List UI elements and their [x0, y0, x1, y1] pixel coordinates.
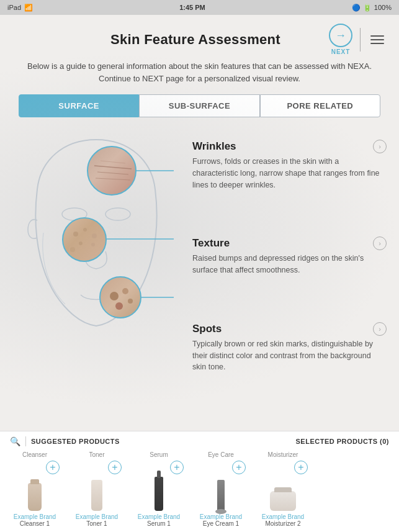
- battery-icon: 🔋: [363, 4, 372, 12]
- header: Skin Feature Assessment → NEXT: [0, 15, 399, 60]
- feature-wrinkles-chevron[interactable]: ›: [373, 140, 387, 153]
- product-toner-brand: Example Brand: [76, 513, 118, 520]
- products-header: 🔍 SUGGESTED PRODUCTS SELECTED PRODUCTS (…: [10, 436, 389, 446]
- products-scroll: Cleanser + Example Brand Cleanser 1 Tone…: [10, 451, 389, 527]
- product-serum-brand: Example Brand: [138, 513, 180, 520]
- svg-line-3: [97, 172, 128, 174]
- main-container: Skin Feature Assessment → NEXT Below is …: [0, 15, 399, 532]
- product-serum-image: [155, 477, 163, 511]
- product-moisturizer[interactable]: Moisturizer + Example Brand Moisturizer …: [258, 451, 308, 527]
- product-serum[interactable]: Serum + Example Brand Serum 1: [134, 451, 184, 527]
- svg-point-11: [70, 247, 75, 252]
- header-divider: [360, 28, 361, 52]
- moisturizer-shape: [270, 491, 296, 511]
- product-serum-name: Serum 1: [147, 520, 171, 527]
- product-cleanser-category: Cleanser: [22, 451, 47, 458]
- eyecare-shape: [217, 480, 225, 511]
- product-moisturizer-image: [270, 477, 296, 511]
- product-eyecare[interactable]: Eye Care + Example Brand Eye Cream 1: [196, 451, 246, 527]
- svg-point-15: [115, 302, 123, 310]
- menu-line-1: [370, 35, 384, 37]
- feature-wrinkles-header: Wrinkles ›: [192, 140, 387, 153]
- product-toner-image: [91, 477, 102, 511]
- feature-texture-desc: Raised bumps and depressed ridges on the…: [192, 253, 387, 276]
- status-bar: iPad 📶 1:45 PM 🔵 🔋 100%: [0, 0, 399, 15]
- feature-texture-chevron[interactable]: ›: [373, 237, 387, 250]
- product-cleanser[interactable]: Cleanser + Example Brand Cleanser 1: [10, 451, 60, 527]
- svg-line-2: [94, 166, 132, 169]
- feature-texture-header: Texture ›: [192, 237, 387, 250]
- tabs-container: SURFACE SUB-SURFACE PORE RELATED: [0, 94, 399, 127]
- product-moisturizer-category: Moisturizer: [268, 451, 298, 458]
- feature-wrinkles: Wrinkles › Furrows, folds or creases in …: [192, 140, 387, 191]
- feature-texture-name: Texture: [192, 237, 230, 250]
- svg-point-8: [92, 233, 97, 238]
- search-icon[interactable]: 🔍: [10, 436, 20, 446]
- product-toner-category: Toner: [89, 451, 104, 458]
- products-header-divider: [25, 436, 26, 446]
- product-toner-name: Toner 1: [86, 520, 107, 527]
- next-label: NEXT: [331, 48, 351, 55]
- wifi-icon: 📶: [24, 4, 33, 12]
- svg-point-1: [105, 208, 130, 220]
- feature-texture: Texture › Raised bumps and depressed rid…: [192, 237, 387, 276]
- product-eyecare-category: Eye Care: [208, 451, 234, 458]
- product-toner-add[interactable]: +: [108, 461, 122, 474]
- header-title-area: Skin Feature Assessment: [62, 32, 329, 48]
- tab-pore-related[interactable]: PORE RELATED: [260, 94, 380, 117]
- cleanser-shape: [28, 483, 42, 511]
- tab-surface[interactable]: SURFACE: [19, 94, 139, 117]
- products-bar: 🔍 SUGGESTED PRODUCTS SELECTED PRODUCTS (…: [0, 431, 399, 532]
- spots-circle: [99, 276, 141, 318]
- battery-level: 100%: [374, 4, 392, 11]
- page-title: Skin Feature Assessment: [110, 32, 280, 47]
- status-left: iPad 📶: [7, 4, 33, 12]
- svg-line-4: [96, 178, 130, 180]
- status-time: 1:45 PM: [179, 4, 205, 11]
- product-moisturizer-add[interactable]: +: [294, 461, 308, 474]
- product-serum-category: Serum: [150, 451, 168, 458]
- svg-point-6: [73, 232, 78, 237]
- product-cleanser-name: Cleanser 1: [20, 520, 50, 527]
- next-button[interactable]: → NEXT: [329, 24, 352, 55]
- product-cleanser-image: [28, 477, 42, 511]
- feature-spots-name: Spots: [192, 323, 222, 335]
- svg-point-13: [122, 288, 128, 294]
- svg-point-9: [79, 241, 83, 245]
- selected-products-label: SELECTED PRODUCTS (0): [296, 438, 389, 445]
- feature-spots-desc: Typically brown or red skin marks, disti…: [192, 338, 387, 373]
- texture-circle: [62, 217, 107, 262]
- menu-button[interactable]: [368, 33, 387, 47]
- product-serum-add[interactable]: +: [170, 461, 184, 474]
- svg-line-5: [101, 161, 125, 163]
- wrinkles-circle: [87, 146, 137, 196]
- feature-wrinkles-desc: Furrows, folds or creases in the skin wi…: [192, 156, 387, 191]
- menu-line-3: [370, 43, 384, 44]
- face-svg-container: [12, 127, 186, 338]
- product-moisturizer-brand: Example Brand: [262, 513, 304, 520]
- feature-spots-header: Spots ›: [192, 322, 387, 336]
- subtitle: Below is a guide to general information …: [0, 60, 399, 94]
- svg-point-7: [83, 228, 87, 232]
- product-eyecare-add[interactable]: +: [232, 461, 246, 474]
- next-circle-icon: →: [329, 24, 352, 47]
- product-eyecare-image: [217, 477, 225, 511]
- suggested-products-label: SUGGESTED PRODUCTS: [31, 438, 120, 445]
- feature-wrinkles-name: Wrinkles: [192, 140, 236, 153]
- ipad-label: iPad: [7, 4, 21, 11]
- bluetooth-icon: 🔵: [352, 4, 361, 12]
- tab-sub-surface[interactable]: SUB-SURFACE: [139, 94, 259, 117]
- product-eyecare-name: Eye Cream 1: [203, 520, 239, 527]
- toner-shape: [91, 480, 102, 511]
- svg-point-14: [128, 299, 133, 304]
- product-cleanser-add[interactable]: +: [46, 461, 60, 474]
- product-toner[interactable]: Toner + Example Brand Toner 1: [72, 451, 122, 527]
- status-right: 🔵 🔋 100%: [352, 4, 392, 12]
- svg-point-12: [110, 292, 119, 300]
- serum-shape: [155, 477, 163, 511]
- header-actions: → NEXT: [329, 24, 387, 55]
- product-cleanser-brand: Example Brand: [14, 513, 56, 520]
- product-eyecare-brand: Example Brand: [200, 513, 242, 520]
- feature-spots-chevron[interactable]: ›: [373, 322, 387, 336]
- svg-point-10: [91, 243, 95, 246]
